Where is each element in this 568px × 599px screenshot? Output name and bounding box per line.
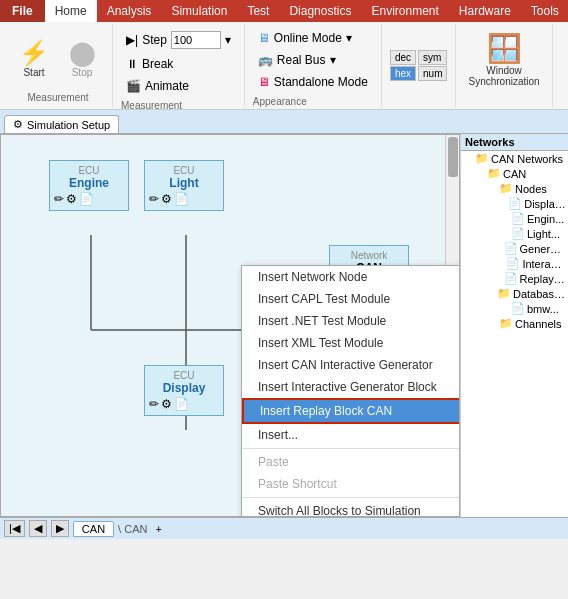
settings-light-icon[interactable]: ⚙ — [161, 192, 172, 206]
animate-icon: 🎬 — [126, 79, 141, 93]
menu-home[interactable]: Home — [45, 0, 97, 22]
bottom-path: \ CAN — [118, 523, 147, 535]
ctx-insert-capl[interactable]: Insert CAPL Test Module — [242, 288, 460, 310]
tree-can[interactable]: 📁 CAN — [461, 166, 568, 181]
ecu-display-label: ECU — [149, 370, 219, 381]
step-dropdown-icon[interactable]: ▾ — [225, 33, 231, 47]
ctx-insert-net[interactable]: Insert .NET Test Module — [242, 310, 460, 332]
tab-bar: ⚙ Simulation Setup — [0, 110, 568, 134]
ribbon-step-section: ▶| Step ▾ ⏸ Break 🎬 Animate Measurement — [113, 24, 245, 107]
pencil-display-icon[interactable]: ✏ — [149, 397, 159, 411]
ctx-paste: Paste — [242, 451, 460, 473]
tree-can-networks[interactable]: 📁 CAN Networks — [461, 151, 568, 166]
ecu-display-block[interactable]: ECU Display ✏ ⚙ 📄 — [144, 365, 224, 416]
sym-button[interactable]: sym — [418, 50, 447, 65]
tree-channels[interactable]: 📁 Channels — [461, 316, 568, 331]
file-display-icon[interactable]: 📄 — [174, 397, 189, 411]
menu-test[interactable]: Test — [237, 0, 279, 22]
pencil-light-icon[interactable]: ✏ — [149, 192, 159, 206]
tree-nodes[interactable]: 📁 Nodes — [461, 181, 568, 196]
tree-icon-light: 📄 — [511, 227, 525, 240]
file-light-icon[interactable]: 📄 — [174, 192, 189, 206]
ecu-light-block[interactable]: ECU Light ✏ ⚙ 📄 — [144, 160, 224, 211]
break-button[interactable]: ⏸ Break — [121, 54, 236, 74]
bottom-can-tab[interactable]: CAN — [73, 521, 114, 537]
start-icon: ⚡ — [19, 39, 49, 67]
ecu-engine-icons: ✏ ⚙ 📄 — [54, 192, 124, 206]
tree-engine[interactable]: 📄 Engin... — [461, 211, 568, 226]
tree-replay[interactable]: 📄 Replay bl... — [461, 271, 568, 286]
scroll-thumb-v[interactable] — [448, 137, 458, 177]
real-bus-button[interactable]: 🚌 Real Bus ▾ — [253, 50, 373, 70]
tab-title: Simulation Setup — [27, 119, 110, 131]
ctx-insert-xml[interactable]: Insert XML Test Module — [242, 332, 460, 354]
menu-diagnostics[interactable]: Diagnostics — [279, 0, 361, 22]
tree-display[interactable]: 📄 Display... — [461, 196, 568, 211]
realbus-dropdown-icon[interactable]: ▾ — [330, 53, 336, 67]
stop-button[interactable]: ⬤ Stop — [60, 34, 104, 83]
networks-panel: Networks 📁 CAN Networks 📁 CAN 📁 Nodes 📄 … — [460, 134, 568, 517]
dec-hex-group: dec hex — [390, 50, 416, 81]
networks-panel-header: Networks — [461, 134, 568, 151]
tree-icon-channels: 📁 — [499, 317, 513, 330]
ecu-engine-label: ECU — [54, 165, 124, 176]
sync-icon: 🪟 — [487, 32, 522, 65]
tree-label-db: Database... — [513, 288, 566, 300]
animate-button[interactable]: 🎬 Animate — [121, 76, 236, 96]
tree-icon-engine: 📄 — [511, 212, 525, 225]
tree-label-gen: Generato... — [520, 243, 566, 255]
standalone-button[interactable]: 🖥 Standalone Mode — [253, 72, 373, 92]
add-tab-button[interactable]: + — [155, 523, 161, 535]
ctx-switch-simulation[interactable]: Switch All Blocks to Simulation — [242, 500, 460, 517]
tree-label-display: Display... — [524, 198, 566, 210]
file-icon[interactable]: 📄 — [79, 192, 94, 206]
tree-interactive[interactable]: 📄 Interacti... — [461, 256, 568, 271]
ecu-light-name: Light — [149, 176, 219, 190]
ctx-insert-more[interactable]: Insert... — [242, 424, 460, 446]
simulation-setup-tab[interactable]: ⚙ Simulation Setup — [4, 115, 119, 133]
settings-display-icon[interactable]: ⚙ — [161, 397, 172, 411]
menu-simulation[interactable]: Simulation — [161, 0, 237, 22]
network-label: Network — [334, 250, 404, 261]
nav-first-button[interactable]: |◀ — [4, 520, 25, 537]
tree-icon-bmw: 📄 — [511, 302, 525, 315]
measurement-label2: Measurement — [121, 96, 182, 111]
tree-light[interactable]: 📄 Light... — [461, 226, 568, 241]
tree-bmw[interactable]: 📄 bmw... — [461, 301, 568, 316]
menu-hardware[interactable]: Hardware — [449, 0, 521, 22]
nav-next-button[interactable]: ▶ — [51, 520, 69, 537]
tree-label-nodes: Nodes — [515, 183, 547, 195]
start-button[interactable]: ⚡ Start — [12, 34, 56, 83]
sync-button[interactable]: 🪟 Window Synchronization — [464, 28, 543, 91]
tree-database[interactable]: 📁 Database... — [461, 286, 568, 301]
ctx-insert-network-node[interactable]: Insert Network Node — [242, 266, 460, 288]
menu-environment[interactable]: Environment — [361, 0, 448, 22]
nav-prev-button[interactable]: ◀ — [29, 520, 47, 537]
canvas-area[interactable]: ECU Engine ✏ ⚙ 📄 ECU Light ✏ ⚙ 📄 Network… — [0, 134, 460, 517]
hex-button[interactable]: hex — [390, 66, 416, 81]
pencil-icon[interactable]: ✏ — [54, 192, 64, 206]
step-input[interactable] — [171, 31, 221, 49]
menu-file[interactable]: File — [0, 0, 45, 22]
online-dropdown-icon[interactable]: ▾ — [346, 31, 352, 45]
ctx-insert-interactive-gen[interactable]: Insert Interactive Generator Block — [242, 376, 460, 398]
dec-button[interactable]: dec — [390, 50, 416, 65]
step-button[interactable]: ▶| Step ▾ — [121, 28, 236, 52]
num-button[interactable]: num — [418, 66, 447, 81]
tree-generator[interactable]: 📄 Generato... — [461, 241, 568, 256]
menu-tools[interactable]: Tools — [521, 0, 568, 22]
tree-label-light: Light... — [527, 228, 560, 240]
standalone-label: Standalone Mode — [274, 75, 368, 89]
ecu-display-icons: ✏ ⚙ 📄 — [149, 397, 219, 411]
real-bus-icon: 🚌 — [258, 53, 273, 67]
ctx-insert-can-interactive[interactable]: Insert CAN Interactive Generator — [242, 354, 460, 376]
tree-label-engine: Engin... — [527, 213, 564, 225]
ribbon-mode-section: 🖥 Online Mode ▾ 🚌 Real Bus ▾ 🖥 Standalon… — [245, 24, 382, 107]
menu-analysis[interactable]: Analysis — [97, 0, 162, 22]
online-mode-icon: 🖥 — [258, 31, 270, 45]
ctx-insert-replay-block[interactable]: Insert Replay Block CAN — [242, 398, 460, 424]
tab-icon: ⚙ — [13, 118, 23, 131]
online-mode-button[interactable]: 🖥 Online Mode ▾ — [253, 28, 373, 48]
ecu-engine-block[interactable]: ECU Engine ✏ ⚙ 📄 — [49, 160, 129, 211]
settings-icon[interactable]: ⚙ — [66, 192, 77, 206]
